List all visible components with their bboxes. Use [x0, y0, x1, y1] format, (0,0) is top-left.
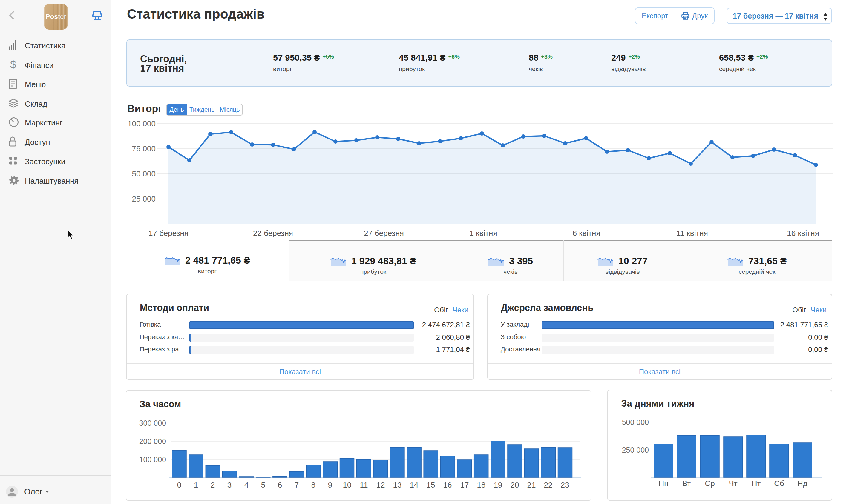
svg-text:16 квітня: 16 квітня: [787, 229, 819, 238]
svg-text:200 000: 200 000: [139, 437, 166, 446]
svg-text:10: 10: [343, 481, 352, 489]
svg-text:Ср: Ср: [705, 479, 714, 488]
svg-text:100 000: 100 000: [139, 455, 166, 464]
svg-text:22 березня: 22 березня: [253, 229, 293, 238]
svg-text:300 000: 300 000: [139, 419, 166, 427]
svg-text:16: 16: [443, 481, 452, 489]
svg-text:20: 20: [511, 481, 519, 489]
svg-text:23: 23: [561, 481, 569, 489]
svg-text:0: 0: [177, 481, 181, 489]
svg-text:Чт: Чт: [729, 479, 737, 488]
svg-text:2: 2: [211, 481, 215, 489]
svg-text:25 000: 25 000: [132, 194, 156, 203]
svg-text:17 березня: 17 березня: [148, 229, 189, 238]
svg-text:8: 8: [311, 481, 316, 489]
svg-text:Пн: Пн: [658, 479, 668, 488]
svg-text:27 березня: 27 березня: [364, 229, 404, 238]
svg-text:11: 11: [360, 481, 368, 489]
svg-text:75 000: 75 000: [132, 144, 156, 153]
svg-text:22: 22: [544, 481, 553, 489]
svg-text:Вт: Вт: [682, 479, 691, 488]
svg-text:Пт: Пт: [751, 479, 761, 488]
svg-text:Нд: Нд: [797, 479, 808, 488]
svg-text:12: 12: [376, 481, 385, 489]
svg-text:17: 17: [460, 481, 469, 489]
svg-text:19: 19: [494, 481, 502, 489]
svg-text:100 000: 100 000: [127, 119, 156, 128]
svg-text:3: 3: [227, 481, 231, 489]
svg-text:5: 5: [261, 481, 265, 489]
svg-text:4: 4: [244, 481, 249, 489]
svg-text:9: 9: [328, 481, 332, 489]
svg-text:500 000: 500 000: [622, 418, 649, 426]
svg-text:11 квітня: 11 квітня: [676, 229, 708, 238]
svg-text:1 квітня: 1 квітня: [470, 229, 497, 238]
svg-text:250 000: 250 000: [622, 446, 649, 454]
svg-text:7: 7: [295, 481, 299, 489]
svg-text:14: 14: [410, 481, 419, 489]
svg-text:6: 6: [278, 481, 282, 489]
svg-text:13: 13: [393, 481, 402, 489]
svg-text:50 000: 50 000: [132, 169, 156, 178]
svg-text:6 квітня: 6 квітня: [573, 229, 600, 238]
svg-text:15: 15: [427, 481, 435, 489]
svg-text:Сб: Сб: [774, 479, 784, 488]
svg-text:18: 18: [477, 481, 486, 489]
svg-text:21: 21: [527, 481, 536, 489]
svg-text:1: 1: [194, 481, 198, 489]
